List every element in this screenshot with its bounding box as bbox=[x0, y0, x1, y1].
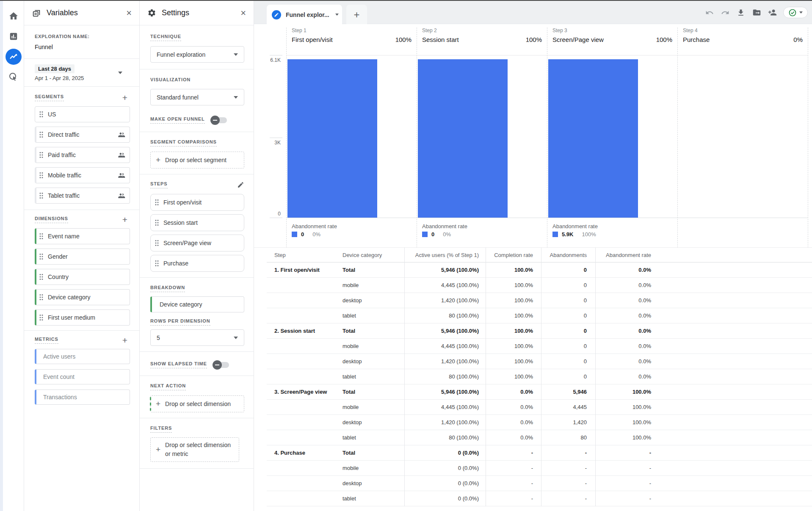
table-row[interactable]: 3. Screen/Page viewTotal5,946 (100.0%)0.… bbox=[267, 384, 812, 400]
add-dimension-button[interactable] bbox=[120, 215, 130, 224]
metric-chip[interactable]: Event count bbox=[35, 369, 130, 384]
share-add-user-icon[interactable] bbox=[768, 8, 777, 17]
dimension-chip[interactable]: Gender bbox=[35, 249, 130, 265]
dimension-chip[interactable]: Country bbox=[35, 269, 130, 285]
filters-hint: Drop or select dimension or metric bbox=[165, 441, 234, 459]
drag-handle-icon[interactable] bbox=[155, 240, 159, 246]
segment-chip[interactable]: Mobile traffic bbox=[35, 167, 130, 183]
cell-abandonments: - bbox=[541, 495, 595, 502]
col-header-completion-rate[interactable]: Completion rate bbox=[486, 252, 541, 258]
cell-active-users: 5,946 (100.0%) bbox=[404, 267, 486, 273]
table-row[interactable]: desktop1,420 (100.0%)100.0%00.0% bbox=[267, 354, 812, 369]
funnel-step-chip[interactable]: Purchase bbox=[150, 255, 244, 272]
cell-abandonments: 0 bbox=[541, 312, 595, 319]
drag-handle-icon[interactable] bbox=[39, 273, 43, 280]
date-range-picker[interactable]: Last 28 days Apr 1 - Apr 28, 2025 bbox=[24, 59, 139, 86]
table-row[interactable]: tablet0 (0.0%)--- bbox=[267, 491, 812, 506]
saved-status-button[interactable] bbox=[783, 7, 808, 18]
drag-handle-icon[interactable] bbox=[39, 314, 43, 321]
col-header-active-users[interactable]: Active users (% of Step 1) bbox=[404, 252, 486, 258]
cell-device: tablet bbox=[334, 495, 404, 502]
drag-handle-icon[interactable] bbox=[39, 253, 43, 260]
cell-completion-rate: 100.0% bbox=[486, 312, 541, 319]
table-row[interactable]: tablet80 (100.0%)100.0%00.0% bbox=[267, 369, 812, 384]
y-axis-tick-label: 0 bbox=[266, 211, 281, 217]
segment-comparisons-dropzone[interactable]: Drop or select segment bbox=[150, 152, 244, 168]
filters-label: FILTERS bbox=[150, 425, 172, 433]
drag-handle-icon[interactable] bbox=[39, 233, 43, 240]
table-row[interactable]: 4. PurchaseTotal0 (0.0%)--- bbox=[267, 445, 812, 461]
dimension-chip[interactable]: Event name bbox=[35, 228, 130, 244]
add-metric-button[interactable] bbox=[120, 336, 130, 345]
drag-handle-icon[interactable] bbox=[155, 199, 159, 206]
settings-panel-title: Settings bbox=[162, 8, 189, 17]
make-open-funnel-toggle[interactable] bbox=[212, 117, 227, 123]
export-icon[interactable] bbox=[752, 8, 761, 17]
col-header-abandonments[interactable]: Abandonments bbox=[541, 252, 595, 258]
funnel-step-chip[interactable]: First open/visit bbox=[150, 194, 244, 211]
edit-steps-pencil-icon[interactable] bbox=[237, 181, 244, 188]
explore-icon[interactable] bbox=[5, 48, 22, 65]
drag-handle-icon[interactable] bbox=[39, 111, 43, 118]
cell-step: 4. Purchase bbox=[267, 450, 334, 456]
home-icon[interactable] bbox=[5, 8, 22, 25]
dimension-chip[interactable]: First user medium bbox=[35, 309, 130, 326]
funnel-step-chip[interactable]: Session start bbox=[150, 214, 244, 231]
drag-handle-icon[interactable] bbox=[155, 260, 159, 267]
filters-dropzone[interactable]: Drop or select dimension or metric bbox=[150, 437, 239, 462]
col-header-step[interactable]: Step bbox=[267, 252, 334, 258]
table-row[interactable]: desktop1,420 (100.0%)100.0%00.0% bbox=[267, 293, 812, 308]
segment-chip[interactable]: Tablet traffic bbox=[35, 188, 130, 204]
drag-handle-icon[interactable] bbox=[155, 219, 159, 226]
dimension-chip[interactable]: Device category bbox=[35, 289, 130, 305]
next-action-dropzone[interactable]: Drop or select dimension bbox=[150, 395, 244, 412]
table-row[interactable]: tablet80 (100.0%)100.0%00.0% bbox=[267, 308, 812, 323]
metric-chip-label: Event count bbox=[43, 373, 75, 380]
drag-handle-icon[interactable] bbox=[39, 294, 43, 301]
segment-chip[interactable]: Direct traffic bbox=[35, 127, 130, 143]
add-tab-button[interactable] bbox=[346, 5, 367, 25]
table-row[interactable]: desktop0 (0.0%)--- bbox=[267, 476, 812, 491]
rows-per-dimension-select[interactable]: 5 bbox=[150, 329, 244, 346]
close-settings-icon[interactable] bbox=[240, 8, 246, 18]
undo-icon[interactable] bbox=[705, 8, 714, 17]
funnel-step-separator bbox=[808, 28, 808, 248]
table-row[interactable]: mobile0 (0.0%)--- bbox=[267, 461, 812, 476]
drag-handle-icon[interactable] bbox=[39, 152, 43, 158]
tab-funnel-exploration[interactable]: Funnel explor... bbox=[267, 5, 342, 25]
col-header-abandonment-rate[interactable]: Abandonment rate bbox=[595, 252, 663, 258]
abandonment-rate-label: Abandonment rate bbox=[292, 223, 337, 229]
add-segment-button[interactable] bbox=[120, 93, 130, 102]
metric-chip[interactable]: Transactions bbox=[35, 389, 130, 405]
drag-handle-icon[interactable] bbox=[39, 172, 43, 179]
table-row[interactable]: mobile4,445 (100.0%)100.0%00.0% bbox=[267, 278, 812, 293]
make-open-funnel-label: MAKE OPEN FUNNEL bbox=[150, 116, 205, 124]
table-row[interactable]: tablet80 (100.0%)0.0%80100.0% bbox=[267, 430, 812, 445]
table-row[interactable]: mobile4,445 (100.0%)100.0%00.0% bbox=[267, 339, 812, 354]
visualization-select[interactable]: Standard funnel bbox=[150, 89, 244, 105]
table-row[interactable]: mobile4,445 (100.0%)0.0%4,445100.0% bbox=[267, 400, 812, 415]
funnel-step-chip-label: Purchase bbox=[163, 260, 188, 267]
drag-handle-icon[interactable] bbox=[39, 131, 43, 138]
cell-abandonment-rate: 0.0% bbox=[595, 312, 663, 319]
download-icon[interactable] bbox=[736, 8, 746, 17]
technique-select[interactable]: Funnel exploration bbox=[150, 46, 244, 63]
table-row[interactable]: 1. First open/visitTotal5,946 (100.0%)10… bbox=[267, 262, 812, 278]
breakdown-chip[interactable]: Device category bbox=[150, 296, 244, 312]
close-variables-icon[interactable] bbox=[126, 8, 132, 18]
col-header-device-category[interactable]: Device category bbox=[334, 252, 404, 258]
table-row[interactable]: desktop1,420 (100.0%)0.0%1,420100.0% bbox=[267, 415, 812, 430]
segment-chip[interactable]: US bbox=[35, 106, 130, 122]
metric-chip[interactable]: Active users bbox=[35, 349, 130, 364]
show-elapsed-time-toggle[interactable] bbox=[214, 362, 229, 368]
cell-device: desktop bbox=[334, 480, 404, 486]
reports-icon[interactable] bbox=[5, 28, 22, 45]
funnel-step-chip[interactable]: Screen/Page view bbox=[150, 235, 244, 251]
cell-active-users: 0 (0.0%) bbox=[404, 465, 486, 471]
table-row[interactable]: 2. Session startTotal5,946 (100.0%)100.0… bbox=[267, 323, 812, 339]
redo-icon[interactable] bbox=[721, 8, 730, 17]
advertising-icon[interactable] bbox=[5, 69, 22, 86]
drag-handle-icon[interactable] bbox=[39, 192, 43, 199]
exploration-name-value[interactable]: Funnel bbox=[35, 44, 130, 50]
segment-chip[interactable]: Paid traffic bbox=[35, 147, 130, 163]
